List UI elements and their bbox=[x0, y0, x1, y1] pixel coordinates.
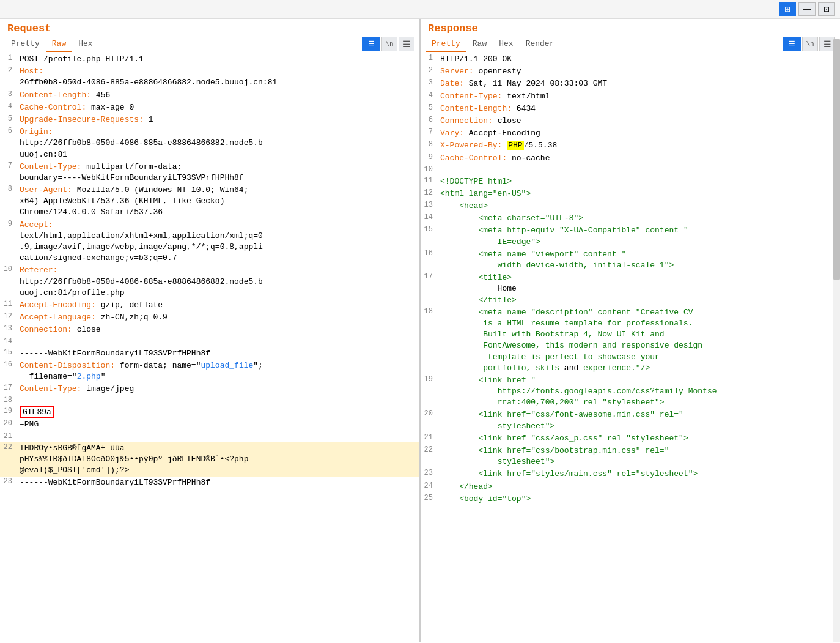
line-num: 15 bbox=[421, 225, 438, 247]
tab-request-raw[interactable]: Raw bbox=[46, 37, 72, 52]
layout-btn-horizontal[interactable]: — bbox=[798, 2, 816, 16]
request-line-22: 22 IHDROy•sRGB®ÎgAMA±–üüapHYs%%IR$ðIDAT8… bbox=[0, 442, 419, 477]
line-num: 9 bbox=[0, 220, 17, 264]
line-content: Date: Sat, 11 May 2024 08:33:03 GMT bbox=[438, 78, 840, 89]
tab-response-raw[interactable]: Raw bbox=[466, 37, 493, 52]
line-num: 19 bbox=[421, 375, 438, 409]
response-line-7: 7 Vary: Accept-Encoding bbox=[421, 127, 840, 139]
response-line-22: 22 <link href="css/bootstrap.min.css" re… bbox=[421, 445, 840, 468]
line-num: 10 bbox=[0, 265, 17, 299]
tab-response-pretty[interactable]: Pretty bbox=[426, 37, 466, 52]
request-line-13: 13 Connection: close bbox=[0, 324, 419, 336]
request-line-20: 20 –PNG bbox=[0, 418, 419, 431]
line-content: Content-Length: 6434 bbox=[438, 103, 840, 114]
line-num: 7 bbox=[0, 162, 17, 184]
request-content: 1 POST /profile.php HTTP/1.1 2 Host:26ff… bbox=[0, 53, 419, 642]
response-scrollbar[interactable] bbox=[833, 39, 840, 642]
line-num: 7 bbox=[421, 128, 438, 139]
line-content: Accept-Language: zh-CN,zh;q=0.9 bbox=[17, 312, 419, 323]
line-content: Cache-Control: max-age=0 bbox=[17, 102, 419, 113]
response-line-2: 2 Server: openresty bbox=[421, 65, 840, 78]
line-num: 16 bbox=[421, 249, 438, 271]
line-content: Host:26ffb0b8-050d-4086-885a-e8886486688… bbox=[17, 66, 419, 88]
line-num: 13 bbox=[421, 201, 438, 212]
layout-btn-vertical[interactable]: ⊡ bbox=[818, 2, 835, 16]
line-content bbox=[438, 165, 840, 175]
line-content: User-Agent: Mozilla/5.0 (Windows NT 10.0… bbox=[17, 185, 419, 218]
response-line-20: 20 <link href="css/font-awesome.min.css"… bbox=[421, 409, 840, 432]
request-icon-newline[interactable]: \n bbox=[381, 37, 397, 51]
line-content: HTTP/1.1 200 OK bbox=[438, 54, 840, 65]
response-line-11: 11 <!DOCTYPE html> bbox=[421, 176, 840, 188]
response-line-3: 3 Date: Sat, 11 May 2024 08:33:03 GMT bbox=[421, 78, 840, 90]
response-line-4: 4 Content-Type: text/html bbox=[421, 91, 840, 103]
line-num: 2 bbox=[421, 66, 438, 77]
response-panel: Response Pretty Raw Hex Render ☰ \n ☰ 1 … bbox=[421, 19, 840, 642]
line-num: 8 bbox=[421, 140, 438, 151]
line-num: 11 bbox=[0, 300, 17, 311]
line-content: Content-Length: 456 bbox=[17, 90, 419, 101]
line-num: 12 bbox=[0, 312, 17, 323]
line-num: 6 bbox=[0, 127, 17, 160]
line-num: 18 bbox=[421, 307, 438, 374]
request-line-5: 5 Upgrade-Insecure-Requests: 1 bbox=[0, 114, 419, 126]
line-num: 10 bbox=[421, 165, 438, 175]
response-line-21: 21 <link href="css/aos_p.css" rel="style… bbox=[421, 433, 840, 445]
tab-request-pretty[interactable]: Pretty bbox=[5, 37, 46, 52]
line-content: </head> bbox=[438, 481, 840, 492]
line-num: 21 bbox=[421, 433, 438, 444]
line-num: 1 bbox=[0, 54, 17, 65]
request-line-17: 17 Content-Type: image/jpeg bbox=[0, 383, 419, 395]
line-content: <!DOCTYPE html> bbox=[438, 176, 840, 187]
line-num: 24 bbox=[421, 481, 438, 492]
response-line-25: 25 <body id="top"> bbox=[421, 493, 840, 505]
line-num: 21 bbox=[0, 432, 17, 442]
request-line-19: 19 GIF89a bbox=[0, 406, 419, 418]
line-content: Upgrade-Insecure-Requests: 1 bbox=[17, 114, 419, 125]
line-num: 14 bbox=[421, 213, 438, 224]
request-line-1: 1 POST /profile.php HTTP/1.1 bbox=[0, 53, 419, 65]
response-line-24: 24 </head> bbox=[421, 481, 840, 493]
line-content: Cache-Control: no-cache bbox=[438, 153, 840, 164]
response-line-8: 8 X-Powered-By: PHP/5.5.38 bbox=[421, 139, 840, 152]
line-content: Content-Type: image/jpeg bbox=[17, 384, 419, 395]
line-num: 3 bbox=[0, 90, 17, 101]
line-content: GIF89a bbox=[17, 407, 419, 418]
line-content: ------WebKitFormBoundaryiLT93SVPrfHPHh8f bbox=[17, 477, 419, 488]
line-num: 18 bbox=[0, 396, 17, 406]
line-content: <meta http-equiv="X-UA-Compatible" conte… bbox=[438, 225, 840, 247]
line-content: Connection: close bbox=[17, 324, 419, 335]
request-line-2: 2 Host:26ffb0b8-050d-4086-885a-e88864866… bbox=[0, 65, 419, 89]
request-icon-menu[interactable]: ☰ bbox=[399, 37, 414, 51]
layout-btn-grid[interactable]: ⊞ bbox=[779, 2, 796, 16]
line-content: Content-Type: text/html bbox=[438, 91, 840, 102]
line-content: <meta charset="UTF-8"> bbox=[438, 213, 840, 224]
response-icon-newline[interactable]: \n bbox=[802, 37, 818, 51]
tab-request-hex[interactable]: Hex bbox=[72, 37, 98, 52]
line-num: 14 bbox=[0, 337, 17, 347]
response-icon-copy[interactable]: ☰ bbox=[783, 37, 801, 51]
request-tabs-bar: Pretty Raw Hex ☰ \n ☰ bbox=[0, 35, 419, 53]
tab-response-hex[interactable]: Hex bbox=[493, 37, 519, 52]
request-line-23: 23 ------WebKitFormBoundaryiLT93SVPrfHPH… bbox=[0, 477, 419, 489]
line-content: ------WebKitFormBoundaryiLT93SVPrfHPHh8f bbox=[17, 348, 419, 359]
line-content bbox=[17, 432, 419, 442]
request-icon-copy[interactable]: ☰ bbox=[362, 37, 380, 51]
request-line-15: 15 ------WebKitFormBoundaryiLT93SVPrfHPH… bbox=[0, 348, 419, 360]
line-content: Connection: close bbox=[438, 116, 840, 127]
line-content: Content-Type: multipart/form-data;bounda… bbox=[17, 162, 419, 184]
line-num: 8 bbox=[0, 185, 17, 218]
response-line-6: 6 Connection: close bbox=[421, 115, 840, 127]
line-num: 23 bbox=[0, 477, 17, 488]
line-content: <link href=" https://fonts.googleapis.co… bbox=[438, 375, 840, 409]
line-content: IHDROy•sRGB®ÎgAMA±–üüapHYs%%IR$ðIDAT8Ocð… bbox=[17, 443, 419, 477]
line-content: Origin:http://26ffb0b8-050d-4086-885a-e8… bbox=[17, 127, 419, 160]
request-line-14: 14 bbox=[0, 336, 419, 348]
top-bar: ⊞ — ⊡ bbox=[0, 0, 840, 19]
response-line-12: 12 <html lang="en-US"> bbox=[421, 188, 840, 200]
response-panel-header: Response bbox=[421, 19, 840, 35]
tab-response-render[interactable]: Render bbox=[520, 37, 561, 52]
line-content: <link href="styles/main.css" rel="styles… bbox=[438, 469, 840, 480]
line-num: 1 bbox=[421, 54, 438, 65]
line-content: <link href="css/font-awesome.min.css" re… bbox=[438, 409, 840, 431]
